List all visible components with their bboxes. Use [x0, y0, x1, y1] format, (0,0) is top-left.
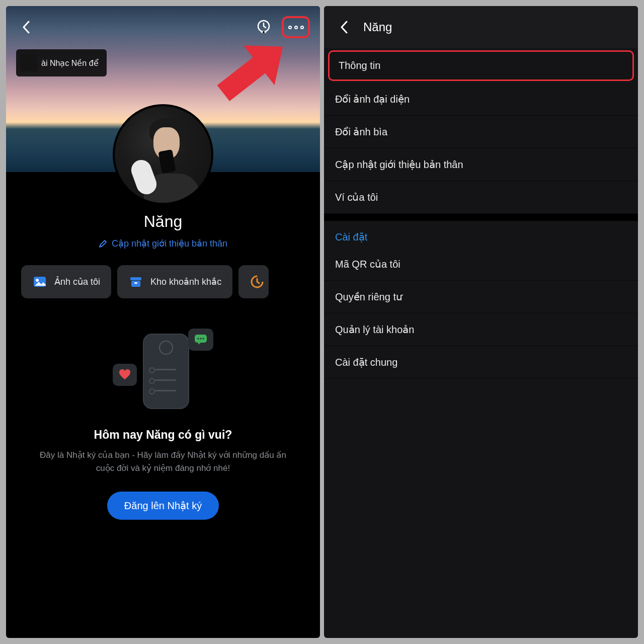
chip-my-photos[interactable]: Ảnh của tôi	[21, 265, 111, 298]
edit-bio-link[interactable]: Cập nhật giới thiệu bản thân	[99, 238, 227, 249]
menu-item-qr[interactable]: Mã QR của tôi	[324, 248, 638, 281]
pencil-icon	[99, 239, 108, 248]
menu-item-wallet[interactable]: Ví của tôi	[324, 181, 638, 214]
svg-point-9	[197, 338, 199, 339]
photo-icon	[32, 274, 47, 289]
dot-icon	[294, 26, 298, 29]
menu-group-settings: Cài đặt Mã QR của tôi Quyền riêng tư Quả…	[324, 221, 638, 379]
settings-section-title: Cài đặt	[324, 221, 638, 248]
back-button[interactable]	[16, 17, 36, 37]
profile-body: Năng Cập nhật giới thiệu bản thân Ảnh củ…	[6, 172, 320, 520]
chip-label: Ảnh của tôi	[54, 276, 100, 287]
menu-item-change-cover[interactable]: Đổi ảnh bìa	[324, 116, 638, 148]
menu-item-update-bio[interactable]: Cập nhật giới thiệu bản thân	[324, 148, 638, 181]
archive-icon	[128, 274, 143, 289]
menu-item-general[interactable]: Cài đặt chung	[324, 346, 638, 379]
avatar-image	[115, 106, 211, 203]
menu-item-change-avatar[interactable]: Đổi ảnh đại diện	[324, 83, 638, 116]
heart-bubble-icon	[113, 364, 137, 386]
back-button[interactable]	[334, 17, 354, 37]
svg-rect-4	[130, 277, 141, 280]
options-header: Năng	[324, 6, 638, 48]
profile-screen: ài Nhạc Nền để Năng Cập nhật giới thiệu …	[6, 6, 320, 638]
edit-bio-label: Cập nhật giới thiệu bản thân	[112, 238, 227, 249]
svg-rect-6	[134, 282, 137, 284]
chevron-left-icon	[22, 21, 30, 34]
profile-name: Năng	[6, 212, 320, 231]
chip-label: Kho khoảnh khắc	[150, 276, 221, 287]
message-bubble-icon	[188, 329, 213, 351]
clock-icon	[250, 274, 265, 289]
menu-item-info[interactable]: Thông tin	[328, 50, 634, 81]
options-title: Năng	[363, 20, 392, 34]
dot-icon	[288, 26, 292, 29]
menu-item-account[interactable]: Quản lý tài khoản	[324, 313, 638, 346]
chevron-left-icon	[340, 21, 348, 34]
options-screen: Năng Thông tin Đổi ảnh đại diện Đổi ảnh …	[324, 6, 638, 638]
music-thumb	[20, 54, 37, 71]
chip-moments[interactable]: Kho khoảnh khắc	[117, 265, 232, 298]
profile-chips: Ảnh của tôi Kho khoảnh khắc	[6, 250, 320, 298]
top-bar	[6, 6, 320, 38]
chip-memories[interactable]	[238, 265, 269, 298]
menu-item-privacy[interactable]: Quyền riêng tư	[324, 281, 638, 313]
svg-point-10	[200, 338, 201, 339]
svg-point-3	[36, 279, 39, 282]
svg-point-11	[202, 338, 204, 339]
menu-group-profile: Thông tin Đổi ảnh đại diện Đổi ảnh bìa C…	[324, 50, 638, 214]
more-button[interactable]	[282, 16, 310, 38]
diary-illustration	[113, 329, 213, 414]
music-label: ài Nhạc Nền để	[41, 58, 99, 68]
diary-title: Hôm nay Năng có gì vui?	[6, 428, 320, 442]
annotation-arrow	[206, 25, 300, 115]
section-divider	[324, 214, 638, 221]
dot-icon	[300, 26, 304, 29]
cover-photo: ài Nhạc Nền để	[6, 6, 320, 172]
avatar[interactable]	[113, 104, 213, 205]
diary-subtitle: Đây là Nhật ký của bạn - Hãy làm đầy Nhậ…	[6, 442, 320, 475]
post-diary-button[interactable]: Đăng lên Nhật ký	[107, 492, 219, 520]
background-music-pill[interactable]: ài Nhạc Nền để	[16, 49, 107, 76]
